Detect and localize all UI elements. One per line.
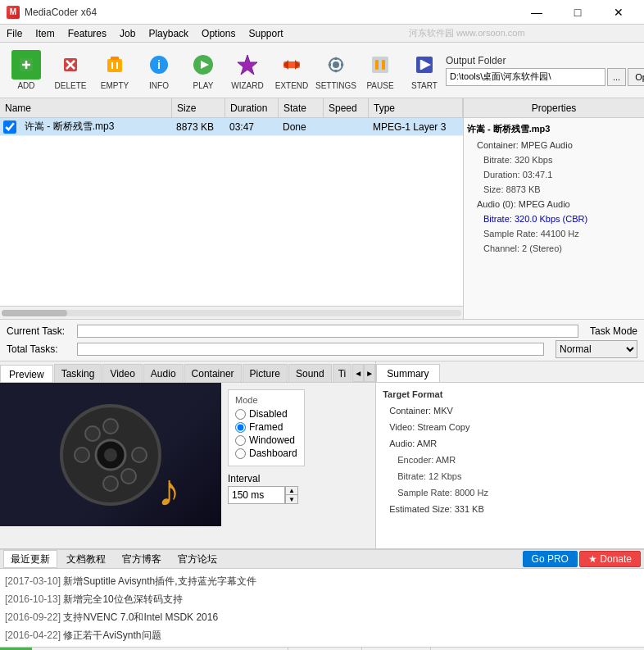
- tab-video[interactable]: Video: [102, 364, 142, 382]
- menu-playback[interactable]: Playback: [142, 25, 195, 43]
- col-state-header[interactable]: State: [279, 98, 324, 117]
- news-tab-docs[interactable]: 文档教程: [59, 550, 113, 568]
- menu-file[interactable]: File: [0, 25, 29, 43]
- toolbar: ADD DELETE EMPTY i INFO P: [5, 47, 446, 94]
- right-panel: Summary Target Format Container: MKV Vid…: [376, 361, 644, 548]
- pause-label: PAUSE: [366, 81, 393, 90]
- summary-content: Target Format Container: MKV Video: Stre…: [376, 383, 644, 548]
- news-tab-blog[interactable]: 官方博客: [115, 550, 169, 568]
- tab-audio[interactable]: Audio: [143, 364, 184, 382]
- properties-panel: Properties 许嵩 - 断桥残雪.mp3 Container: MPEG…: [464, 98, 644, 319]
- cell-state: Done: [278, 121, 323, 133]
- svg-marker-17: [295, 60, 300, 70]
- tab-arrow-right[interactable]: ►: [364, 364, 375, 382]
- menu-job[interactable]: Job: [113, 25, 142, 43]
- prop-item: Sample Rate: 44100 Hz: [470, 226, 641, 241]
- table-row[interactable]: 许嵩 - 断桥残雪.mp3 8873 KB 03:47 Done MPEG-1 …: [0, 118, 463, 136]
- gopro-button[interactable]: Go PRO: [523, 551, 578, 567]
- svg-marker-14: [238, 55, 257, 75]
- tab-sound[interactable]: Sound: [288, 364, 332, 382]
- start-button[interactable]: START: [403, 47, 446, 94]
- col-duration-header[interactable]: Duration: [225, 98, 279, 117]
- output-folder-input[interactable]: [446, 68, 605, 86]
- pause-button[interactable]: PAUSE: [359, 47, 401, 94]
- col-speed-header[interactable]: Speed: [324, 98, 369, 117]
- wizard-button[interactable]: WIZARD: [226, 47, 269, 94]
- list-item: [2016-04-22] 修正若干AviSynth问题: [5, 626, 639, 644]
- settings-button[interactable]: SETTINGS: [315, 47, 357, 94]
- tab-container[interactable]: Container: [184, 364, 242, 382]
- tab-preview[interactable]: Preview: [0, 365, 53, 383]
- summary-item-4: Bitrate: 12 Kbps: [383, 468, 637, 484]
- mode-framed[interactable]: Framed: [235, 421, 297, 433]
- browse-folder-button[interactable]: ...: [607, 68, 626, 86]
- wizard-label: WIZARD: [231, 81, 263, 90]
- interval-down[interactable]: ▼: [285, 495, 298, 504]
- close-button[interactable]: ✕: [600, 0, 637, 25]
- tab-picture[interactable]: Picture: [243, 364, 288, 382]
- preview-image: ♪: [0, 383, 221, 526]
- interval-input[interactable]: [228, 486, 285, 504]
- list-item: [2016-10-13] 新增完全10位色深转码支持: [5, 590, 639, 608]
- list-item: [2017-03-10] 新增Suptitle Avisynth插件,支持蓝光字…: [5, 572, 639, 590]
- current-task-label: Current Task:: [7, 325, 72, 337]
- mode-windowed[interactable]: Windowed: [235, 434, 297, 446]
- mode-disabled[interactable]: Disabled: [235, 408, 297, 420]
- add-button[interactable]: ADD: [5, 47, 48, 94]
- play-button[interactable]: PLAY: [182, 47, 224, 94]
- open-folder-button[interactable]: Open: [628, 68, 644, 86]
- minimize-button[interactable]: —: [518, 0, 556, 25]
- empty-button[interactable]: EMPTY: [93, 47, 136, 94]
- news-tab-forum[interactable]: 官方论坛: [170, 550, 224, 568]
- properties-content: 许嵩 - 断桥残雪.mp3 Container: MPEG Audio Bitr…: [464, 118, 644, 259]
- col-name-header[interactable]: Name: [0, 98, 172, 117]
- info-button[interactable]: i INFO: [138, 47, 180, 94]
- menu-item[interactable]: Item: [29, 25, 61, 43]
- titlebar-controls: — □ ✕: [518, 0, 637, 25]
- watermark-text: 河东软件园 www.orsoon.com: [409, 27, 525, 39]
- extend-button[interactable]: EXTEND: [270, 47, 313, 94]
- menu-options[interactable]: Options: [195, 25, 242, 43]
- maximize-button[interactable]: □: [559, 0, 596, 25]
- prop-item: Channel: 2 (Stereo): [470, 241, 641, 256]
- delete-button[interactable]: DELETE: [49, 47, 92, 94]
- news-content: [2017-03-10] 新增Suptitle Avisynth插件,支持蓝光字…: [0, 569, 644, 648]
- mode-framed-radio[interactable]: [235, 422, 246, 433]
- summary-item-2: Audio: AMR: [383, 435, 637, 452]
- col-size-header[interactable]: Size: [172, 98, 225, 117]
- prop-item: Audio (0): MPEG Audio: [470, 197, 641, 211]
- prop-item: Container: MPEG Audio: [470, 138, 641, 152]
- prop-tree: Container: MPEG Audio Bitrate: 320 Kbps …: [467, 138, 641, 256]
- tab-summary[interactable]: Summary: [376, 364, 439, 382]
- tab-ti[interactable]: Ti: [333, 364, 352, 382]
- svg-point-18: [333, 61, 339, 68]
- col-type-header[interactable]: Type: [369, 98, 463, 117]
- preview-content: ♪ Mode Disabled Framed: [0, 383, 375, 548]
- svg-rect-21: [375, 60, 379, 70]
- mode-dashboard[interactable]: Dashboard: [235, 448, 297, 459]
- menu-support[interactable]: Support: [242, 25, 289, 43]
- mode-title: Mode: [235, 395, 297, 405]
- news-tab-updates[interactable]: 最近更新: [3, 550, 57, 568]
- prop-item: Size: 8873 KB: [470, 182, 641, 197]
- svg-point-28: [104, 448, 117, 461]
- menubar: File Item Features Job Playback Options …: [0, 25, 644, 43]
- horizontal-scrollbar[interactable]: [0, 306, 463, 319]
- menu-features[interactable]: Features: [61, 25, 113, 43]
- task-mode-select[interactable]: Normal Batch Queue: [556, 340, 637, 358]
- mode-disabled-radio[interactable]: [235, 409, 246, 420]
- donate-button[interactable]: ★ Donate: [579, 551, 641, 567]
- row-checkbox[interactable]: [3, 120, 16, 134]
- news-bar: 最近更新 文档教程 官方博客 官方论坛 Go PRO ★ Donate [201…: [0, 548, 644, 647]
- mode-windowed-radio[interactable]: [235, 435, 246, 446]
- summary-item-0: Container: MKV: [383, 402, 637, 419]
- interval-up[interactable]: ▲: [285, 486, 298, 495]
- summary-item-6: Estimated Size: 331 KB: [383, 501, 637, 517]
- mode-dashboard-radio[interactable]: [235, 448, 246, 459]
- tabs-area: Preview Tasking Video Audio Container Pi…: [0, 361, 644, 548]
- total-tasks-label: Total Tasks:: [7, 343, 72, 355]
- summary-item-3: Encoder: AMR: [383, 452, 637, 468]
- main-area: Name Size Duration State Speed Type 许嵩 -…: [0, 98, 644, 320]
- tab-arrow-left[interactable]: ◄: [352, 364, 364, 382]
- tab-tasking[interactable]: Tasking: [54, 364, 102, 382]
